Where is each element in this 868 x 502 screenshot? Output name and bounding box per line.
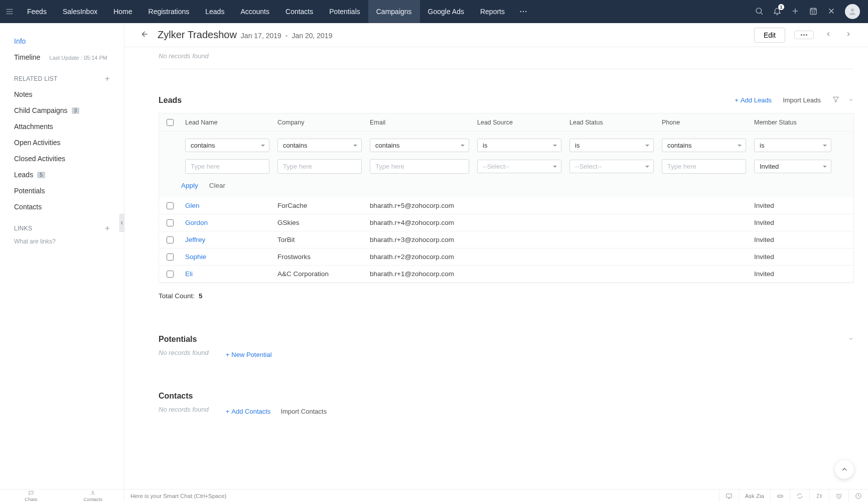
col-lead-source[interactable]: Lead Source bbox=[473, 114, 565, 131]
sidebar-collapse-handle[interactable] bbox=[119, 214, 124, 232]
nav-potentials[interactable]: Potentials bbox=[321, 0, 368, 23]
lead-name-link[interactable]: Sophie bbox=[181, 249, 273, 265]
filter-op-member-status[interactable]: is bbox=[754, 139, 831, 152]
calendar-icon[interactable]: 31 bbox=[809, 7, 818, 17]
gamepad-icon[interactable] bbox=[770, 489, 790, 502]
history-icon[interactable] bbox=[848, 489, 868, 502]
smart-chat-hint[interactable]: Here is your Smart Chat (Ctrl+Space) bbox=[124, 493, 719, 499]
col-email[interactable]: Email bbox=[366, 114, 473, 131]
zia-logo-icon[interactable] bbox=[809, 489, 829, 502]
filter-op-lead-source[interactable]: is bbox=[477, 139, 561, 152]
row-checkbox[interactable] bbox=[167, 271, 174, 278]
sidebar-item-open-activities[interactable]: Open Activities bbox=[0, 135, 124, 151]
table-row[interactable]: SophieFrostworksbharath.r+2@zohocorp.com… bbox=[159, 248, 853, 266]
nav-google-ads[interactable]: Google Ads bbox=[420, 0, 472, 23]
sidebar-item-attachments[interactable]: Attachments bbox=[0, 118, 124, 135]
col-lead-name[interactable]: Lead Name bbox=[181, 114, 273, 131]
lead-name-link[interactable]: Eli bbox=[181, 266, 273, 282]
table-row[interactable]: GordonGSkiesbharath.r+4@zohocorp.comInvi… bbox=[159, 214, 853, 231]
filter-val-lead-name[interactable] bbox=[185, 159, 269, 174]
add-icon[interactable] bbox=[791, 7, 800, 17]
bottom-tab-contacts[interactable]: Contacts bbox=[62, 489, 124, 502]
sidebar-item-potentials[interactable]: Potentials bbox=[0, 183, 124, 199]
avatar[interactable] bbox=[845, 4, 860, 19]
filter-val-lead-status[interactable]: --Select-- bbox=[569, 160, 654, 173]
nav-accounts[interactable]: Accounts bbox=[232, 0, 277, 23]
row-checkbox[interactable] bbox=[167, 219, 174, 226]
filter-val-member-status[interactable]: Invited bbox=[754, 160, 831, 173]
filter-op-lead-name[interactable]: contains bbox=[185, 139, 269, 152]
sidebar-item-notes[interactable]: Notes bbox=[0, 86, 124, 102]
leads-collapse-icon[interactable] bbox=[848, 96, 854, 104]
filter-op-email[interactable]: contains bbox=[370, 139, 469, 152]
lead-name-link[interactable]: Jeffrey bbox=[181, 232, 273, 247]
scroll-top-button[interactable] bbox=[835, 460, 854, 479]
potentials-collapse-icon[interactable] bbox=[848, 335, 854, 343]
sidebar-item-closed-activities[interactable]: Closed Activities bbox=[0, 151, 124, 167]
new-potential-button[interactable]: +New Potential bbox=[226, 351, 272, 358]
sidebar-info[interactable]: Info bbox=[0, 33, 124, 49]
add-links-icon[interactable]: + bbox=[105, 224, 110, 233]
filter-val-email[interactable] bbox=[370, 159, 469, 174]
lead-name-link[interactable]: Gordon bbox=[181, 215, 273, 230]
nav-reports[interactable]: Reports bbox=[472, 0, 513, 23]
presentation-icon[interactable] bbox=[719, 489, 739, 502]
col-member-status[interactable]: Member Status bbox=[750, 114, 835, 131]
more-actions-button[interactable] bbox=[794, 31, 814, 39]
cell-source bbox=[473, 236, 565, 244]
row-checkbox[interactable] bbox=[167, 254, 174, 261]
filter-op-lead-status[interactable]: is bbox=[569, 139, 654, 152]
nav-registrations[interactable]: Registrations bbox=[140, 0, 198, 23]
nav-home[interactable]: Home bbox=[105, 0, 140, 23]
row-checkbox[interactable] bbox=[167, 202, 174, 209]
nav-feeds[interactable]: Feeds bbox=[19, 0, 55, 23]
filter-val-company[interactable] bbox=[277, 159, 362, 174]
col-phone[interactable]: Phone bbox=[658, 114, 750, 131]
filter-op-company[interactable]: contains bbox=[277, 139, 362, 152]
import-contacts-button[interactable]: Import Contacts bbox=[280, 408, 327, 415]
table-row[interactable]: EliA&C Corporationbharath.r+1@zohocorp.c… bbox=[159, 266, 853, 283]
filter-op-phone[interactable]: contains bbox=[662, 139, 746, 152]
next-record-icon[interactable] bbox=[843, 29, 854, 41]
sidebar-timeline[interactable]: Timeline Last Update : 05:14 PM bbox=[0, 49, 124, 65]
alarm-icon[interactable] bbox=[829, 489, 848, 502]
import-leads-button[interactable]: Import Leads bbox=[783, 96, 821, 104]
tools-icon[interactable] bbox=[827, 7, 836, 17]
hamburger-icon[interactable] bbox=[0, 7, 19, 16]
lead-name-link[interactable]: Glen bbox=[181, 198, 273, 213]
sidebar-item-contacts[interactable]: Contacts bbox=[0, 199, 124, 215]
prev-record-icon[interactable] bbox=[823, 29, 834, 41]
select-all-checkbox[interactable] bbox=[167, 119, 174, 126]
filter-apply[interactable]: Apply bbox=[181, 182, 198, 189]
edit-button[interactable]: Edit bbox=[754, 28, 785, 43]
nav-campaigns[interactable]: Campaigns bbox=[368, 0, 420, 23]
back-arrow-icon[interactable] bbox=[138, 29, 149, 41]
nav-leads[interactable]: Leads bbox=[197, 0, 232, 23]
sidebar-item-leads[interactable]: Leads5 bbox=[0, 167, 124, 183]
record-header: Zylker Tradeshow Jan 17, 2019 - Jan 20, … bbox=[124, 23, 868, 47]
sidebar-item-child-campaigns[interactable]: Child Campaigns3 bbox=[0, 102, 124, 118]
row-checkbox[interactable] bbox=[167, 236, 174, 243]
filter-clear[interactable]: Clear bbox=[209, 182, 225, 189]
col-lead-status[interactable]: Lead Status bbox=[565, 114, 658, 131]
notifications-icon[interactable]: 1 bbox=[773, 7, 782, 17]
nav-salesinbox[interactable]: SalesInbox bbox=[55, 0, 105, 23]
links-help[interactable]: What are links? bbox=[0, 236, 124, 247]
add-contacts-button[interactable]: +Add Contacts bbox=[226, 408, 271, 415]
nav-more-icon[interactable] bbox=[513, 7, 534, 16]
leads-title: Leads bbox=[159, 96, 182, 105]
bottom-tab-chats[interactable]: Chats bbox=[0, 489, 62, 502]
add-leads-button[interactable]: +Add Leads bbox=[735, 96, 772, 104]
filter-val-phone[interactable] bbox=[662, 159, 746, 174]
search-icon[interactable] bbox=[755, 7, 764, 17]
add-related-icon[interactable]: + bbox=[105, 74, 110, 83]
table-row[interactable]: JeffreyTorBitbharath.r+3@zohocorp.comInv… bbox=[159, 231, 853, 248]
filter-icon[interactable] bbox=[832, 95, 840, 105]
filter-val-lead-source[interactable]: --Select-- bbox=[477, 160, 561, 173]
sync-icon[interactable] bbox=[790, 489, 809, 502]
content-scroll[interactable]: No records found Leads +Add Leads Import… bbox=[124, 47, 868, 489]
col-company[interactable]: Company bbox=[273, 114, 366, 131]
nav-contacts[interactable]: Contacts bbox=[277, 0, 321, 23]
ask-zia-button[interactable]: Ask Zia bbox=[739, 489, 770, 502]
table-row[interactable]: GlenForCachebharath.r+5@zohocorp.comInvi… bbox=[159, 197, 853, 214]
